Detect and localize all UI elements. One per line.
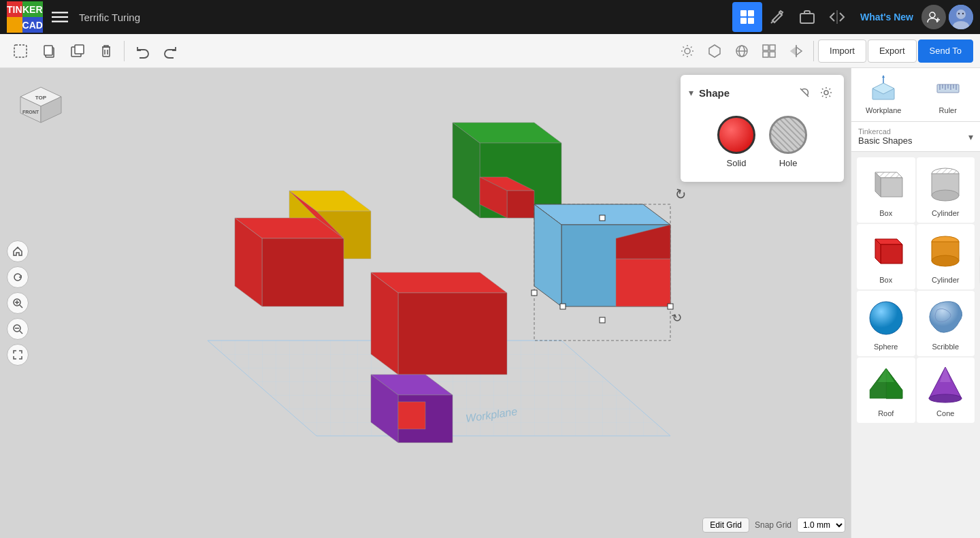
svg-rect-5 [740,18,747,24]
shape-item-sphere-blue[interactable]: Sphere [857,291,915,356]
svg-rect-41 [770,52,775,57]
svg-rect-89 [600,317,605,323]
main-area: TOP FRONT [0,68,980,538]
send-to-button[interactable]: Send To [918,39,973,63]
hammer-icon[interactable] [762,2,792,32]
shape-label-roof: Roof [878,409,894,417]
svg-point-17 [962,13,964,14]
svg-point-93 [824,91,828,95]
user-controls [921,5,973,29]
svg-point-128 [870,302,902,334]
svg-point-16 [958,13,960,14]
svg-rect-0 [52,12,68,13]
undo-button[interactable] [129,37,156,65]
shape-panel-icons [795,83,836,102]
snap-select[interactable]: 1.0 mm 0.5 mm 2.0 mm [797,518,845,533]
shape-item-cone-purple[interactable]: Cone [917,358,975,423]
whats-new-button[interactable]: What's New [852,7,921,27]
shape-item-scribble[interactable]: Scribble [917,291,975,356]
shape-label-box-red: Box [879,276,892,284]
logo-tin: TIN [7,1,22,17]
svg-rect-88 [600,215,605,221]
svg-rect-87 [668,304,673,309]
redo-button[interactable] [157,37,184,65]
briefcase-icon[interactable] [792,2,822,32]
ruler-button[interactable]: Ruler [916,68,981,121]
shape-label-scribble: Scribble [932,343,959,351]
svg-rect-90 [560,304,566,309]
add-user-icon[interactable] [921,5,946,29]
workplane-ruler-panel: Workplane Ruler [851,68,980,122]
svg-rect-40 [763,52,768,57]
shape-label-cone: Cone [936,409,954,417]
svg-rect-18 [14,45,27,57]
user-avatar[interactable] [949,5,973,29]
library-brand-name: Tinkercad Basic Shapes [858,127,913,146]
toolbar-separator-1 [124,41,125,61]
shape-item-roof-green[interactable]: Roof [857,358,915,423]
snap-select-wrap: 1.0 mm 0.5 mm 2.0 mm [797,518,845,533]
svg-line-99 [830,96,831,97]
svg-line-98 [822,89,823,90]
export-button[interactable]: Export [868,39,917,63]
topbar-tools [732,2,852,32]
svg-marker-44 [796,47,802,55]
svg-marker-105 [882,75,885,78]
delete-button[interactable] [93,37,120,65]
import-button[interactable]: Import [818,39,866,63]
svg-rect-22 [75,45,84,54]
shape-select-icon[interactable] [702,38,728,64]
shape-panel: ▾ Shape [681,75,844,182]
svg-marker-64 [262,238,344,306]
design-icon[interactable] [732,2,762,32]
duplicate-button[interactable] [64,37,91,65]
grid-view-icon[interactable] [756,38,782,64]
copy-button[interactable] [35,37,63,65]
ruler-label: Ruler [939,106,957,114]
shape-item-box-gray[interactable]: Box [857,157,915,223]
workplane-icon [870,75,897,102]
shape-solid-option[interactable]: Solid [717,116,755,168]
shape-panel-header: ▾ Shape [689,83,836,102]
shape-light-icon[interactable] [817,83,836,102]
light-icon[interactable] [674,38,700,64]
logo-ker: KER [22,1,43,17]
svg-marker-74 [398,293,507,375]
shape-item-cylinder-gray[interactable]: Cylinder [917,157,975,223]
svg-point-10 [930,12,935,18]
svg-line-101 [822,96,823,97]
logo-cad: CAD [22,17,43,33]
shape-item-cylinder-orange[interactable]: Cylinder [917,224,975,289]
viewport[interactable]: TOP FRONT [0,68,851,538]
svg-line-31 [683,46,685,48]
edit-grid-button[interactable]: Edit Grid [702,518,749,533]
code-icon[interactable] [822,2,852,32]
perspective-icon[interactable] [729,38,755,64]
svg-rect-39 [770,45,775,50]
mirror-icon[interactable] [783,38,809,64]
workplane-label: Workplane [866,106,901,114]
svg-rect-6 [748,18,754,24]
shape-options: Solid Hole [689,110,836,174]
shape-panel-title: Shape [699,87,789,99]
shape-hole-option[interactable]: Hole [769,116,807,168]
svg-line-34 [683,54,685,56]
svg-rect-1 [52,16,68,18]
shape-paint-icon[interactable] [795,83,814,102]
shape-label-sphere: Sphere [874,343,898,351]
svg-rect-2 [52,20,68,22]
workplane-button[interactable]: Workplane [851,68,916,121]
svg-point-127 [932,255,959,266]
svg-point-134 [929,394,962,402]
svg-point-121 [932,190,959,201]
select-all-button[interactable] [7,37,34,65]
library-brand: Tinkercad [858,127,913,136]
nav-menu-icon[interactable] [45,2,75,32]
solid-label: Solid [727,158,747,168]
svg-line-32 [691,54,692,56]
library-chevron[interactable]: ▾ [968,131,973,142]
svg-marker-79 [398,402,425,429]
tinkercad-logo[interactable]: TIN KER CAD [7,1,38,33]
shape-item-box-red[interactable]: Box [857,224,915,289]
shape-panel-chevron[interactable]: ▾ [689,87,693,98]
